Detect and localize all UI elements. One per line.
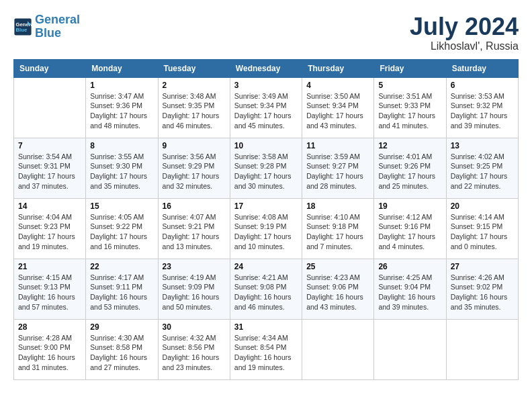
calendar-cell: 10Sunrise: 3:58 AM Sunset: 9:28 PM Dayli…: [230, 138, 302, 198]
calendar-cell: 30Sunrise: 4:32 AM Sunset: 8:56 PM Dayli…: [158, 319, 230, 379]
day-number: 7: [18, 141, 81, 150]
weekday-header-saturday: Saturday: [446, 59, 518, 77]
weekday-header-monday: Monday: [86, 59, 158, 77]
day-info: Sunrise: 4:04 AM Sunset: 9:23 PM Dayligh…: [18, 212, 81, 252]
day-number: 17: [234, 201, 298, 211]
day-number: 19: [378, 201, 441, 211]
day-info: Sunrise: 3:59 AM Sunset: 9:27 PM Dayligh…: [306, 152, 369, 191]
calendar-cell: 2Sunrise: 3:48 AM Sunset: 9:35 PM Daylig…: [158, 77, 230, 138]
calendar-cell: [14, 77, 86, 138]
day-number: 13: [451, 141, 514, 150]
calendar-cell: 7Sunrise: 3:54 AM Sunset: 9:31 PM Daylig…: [14, 138, 86, 198]
day-number: 1: [90, 81, 153, 90]
day-number: 5: [378, 81, 441, 90]
day-number: 9: [163, 141, 226, 150]
weekday-header-wednesday: Wednesday: [230, 59, 302, 77]
weekday-header-thursday: Thursday: [302, 59, 374, 77]
week-row-1: 1Sunrise: 3:47 AM Sunset: 9:36 PM Daylig…: [14, 77, 519, 138]
calendar-cell: 22Sunrise: 4:17 AM Sunset: 9:11 PM Dayli…: [86, 259, 158, 319]
day-info: Sunrise: 4:05 AM Sunset: 9:22 PM Dayligh…: [90, 212, 153, 252]
calendar-cell: 4Sunrise: 3:50 AM Sunset: 9:34 PM Daylig…: [302, 77, 374, 138]
calendar-cell: 11Sunrise: 3:59 AM Sunset: 9:27 PM Dayli…: [302, 138, 374, 198]
calendar-cell: 6Sunrise: 3:53 AM Sunset: 9:32 PM Daylig…: [446, 77, 518, 138]
day-info: Sunrise: 4:10 AM Sunset: 9:18 PM Dayligh…: [306, 212, 369, 252]
calendar-cell: 28Sunrise: 4:28 AM Sunset: 9:00 PM Dayli…: [14, 319, 86, 379]
day-number: 16: [163, 201, 226, 211]
day-info: Sunrise: 3:47 AM Sunset: 9:36 PM Dayligh…: [90, 91, 153, 131]
day-info: Sunrise: 4:08 AM Sunset: 9:19 PM Dayligh…: [234, 212, 298, 252]
weekday-header-friday: Friday: [374, 59, 446, 77]
day-number: 26: [378, 262, 441, 271]
day-number: 11: [306, 141, 369, 150]
day-number: 18: [306, 201, 369, 211]
weekday-header-tuesday: Tuesday: [158, 59, 230, 77]
day-number: 29: [90, 322, 153, 332]
day-number: 23: [163, 262, 226, 271]
calendar-cell: [374, 319, 446, 379]
day-info: Sunrise: 4:21 AM Sunset: 9:08 PM Dayligh…: [234, 273, 298, 312]
day-info: Sunrise: 4:34 AM Sunset: 8:54 PM Dayligh…: [234, 333, 298, 373]
day-info: Sunrise: 4:14 AM Sunset: 9:15 PM Dayligh…: [451, 212, 514, 252]
weekday-header-row: SundayMondayTuesdayWednesdayThursdayFrid…: [14, 59, 519, 77]
calendar-cell: 16Sunrise: 4:07 AM Sunset: 9:21 PM Dayli…: [158, 198, 230, 259]
calendar-cell: 15Sunrise: 4:05 AM Sunset: 9:22 PM Dayli…: [86, 198, 158, 259]
calendar-cell: 26Sunrise: 4:25 AM Sunset: 9:04 PM Dayli…: [374, 259, 446, 319]
day-number: 28: [18, 322, 81, 332]
logo: General Blue GeneralBlue: [13, 13, 80, 40]
calendar-cell: 25Sunrise: 4:23 AM Sunset: 9:06 PM Dayli…: [302, 259, 374, 319]
calendar-cell: 12Sunrise: 4:01 AM Sunset: 9:26 PM Dayli…: [374, 138, 446, 198]
calendar-cell: 31Sunrise: 4:34 AM Sunset: 8:54 PM Dayli…: [230, 319, 302, 379]
week-row-3: 14Sunrise: 4:04 AM Sunset: 9:23 PM Dayli…: [14, 198, 519, 259]
calendar-cell: 17Sunrise: 4:08 AM Sunset: 9:19 PM Dayli…: [230, 198, 302, 259]
day-number: 14: [18, 201, 81, 211]
calendar-cell: 21Sunrise: 4:15 AM Sunset: 9:13 PM Dayli…: [14, 259, 86, 319]
day-number: 2: [163, 81, 226, 90]
weekday-header-sunday: Sunday: [14, 59, 86, 77]
title-area: July 2024 Likhoslavl', Russia: [410, 13, 519, 52]
week-row-2: 7Sunrise: 3:54 AM Sunset: 9:31 PM Daylig…: [14, 138, 519, 198]
day-info: Sunrise: 4:32 AM Sunset: 8:56 PM Dayligh…: [163, 333, 226, 373]
week-row-4: 21Sunrise: 4:15 AM Sunset: 9:13 PM Dayli…: [14, 259, 519, 319]
day-info: Sunrise: 4:07 AM Sunset: 9:21 PM Dayligh…: [163, 212, 226, 252]
calendar-cell: 3Sunrise: 3:49 AM Sunset: 9:34 PM Daylig…: [230, 77, 302, 138]
calendar-cell: 13Sunrise: 4:02 AM Sunset: 9:25 PM Dayli…: [446, 138, 518, 198]
calendar-cell: 18Sunrise: 4:10 AM Sunset: 9:18 PM Dayli…: [302, 198, 374, 259]
svg-text:Blue: Blue: [16, 27, 28, 33]
calendar-cell: [302, 319, 374, 379]
day-number: 24: [234, 262, 298, 271]
header: General Blue GeneralBlue July 2024 Likho…: [13, 13, 519, 52]
day-number: 30: [163, 322, 226, 332]
day-number: 6: [451, 81, 514, 90]
calendar-cell: 1Sunrise: 3:47 AM Sunset: 9:36 PM Daylig…: [86, 77, 158, 138]
day-number: 25: [306, 262, 369, 271]
calendar-cell: 14Sunrise: 4:04 AM Sunset: 9:23 PM Dayli…: [14, 198, 86, 259]
calendar-table: SundayMondayTuesdayWednesdayThursdayFrid…: [13, 59, 519, 380]
day-info: Sunrise: 4:01 AM Sunset: 9:26 PM Dayligh…: [378, 152, 441, 191]
day-number: 31: [234, 322, 298, 332]
day-number: 10: [234, 141, 298, 150]
day-info: Sunrise: 4:28 AM Sunset: 9:00 PM Dayligh…: [18, 333, 81, 373]
day-info: Sunrise: 3:50 AM Sunset: 9:34 PM Dayligh…: [306, 91, 369, 131]
day-info: Sunrise: 3:54 AM Sunset: 9:31 PM Dayligh…: [18, 152, 81, 191]
month-title: July 2024: [410, 13, 519, 40]
day-info: Sunrise: 3:51 AM Sunset: 9:33 PM Dayligh…: [378, 91, 441, 131]
calendar-body: 1Sunrise: 3:47 AM Sunset: 9:36 PM Daylig…: [14, 77, 519, 379]
calendar-cell: 5Sunrise: 3:51 AM Sunset: 9:33 PM Daylig…: [374, 77, 446, 138]
day-info: Sunrise: 3:55 AM Sunset: 9:30 PM Dayligh…: [90, 152, 153, 191]
day-number: 12: [378, 141, 441, 150]
day-info: Sunrise: 4:15 AM Sunset: 9:13 PM Dayligh…: [18, 273, 81, 312]
day-info: Sunrise: 4:23 AM Sunset: 9:06 PM Dayligh…: [306, 273, 369, 312]
day-number: 21: [18, 262, 81, 271]
calendar-cell: 20Sunrise: 4:14 AM Sunset: 9:15 PM Dayli…: [446, 198, 518, 259]
day-info: Sunrise: 3:48 AM Sunset: 9:35 PM Dayligh…: [163, 91, 226, 131]
day-info: Sunrise: 4:25 AM Sunset: 9:04 PM Dayligh…: [378, 273, 441, 312]
day-number: 4: [306, 81, 369, 90]
day-info: Sunrise: 3:56 AM Sunset: 9:29 PM Dayligh…: [163, 152, 226, 191]
day-info: Sunrise: 4:17 AM Sunset: 9:11 PM Dayligh…: [90, 273, 153, 312]
logo-text: GeneralBlue: [35, 13, 80, 40]
day-number: 22: [90, 262, 153, 271]
day-number: 20: [451, 201, 514, 211]
day-info: Sunrise: 4:19 AM Sunset: 9:09 PM Dayligh…: [163, 273, 226, 312]
calendar-cell: [446, 319, 518, 379]
location-title: Likhoslavl', Russia: [410, 40, 519, 52]
